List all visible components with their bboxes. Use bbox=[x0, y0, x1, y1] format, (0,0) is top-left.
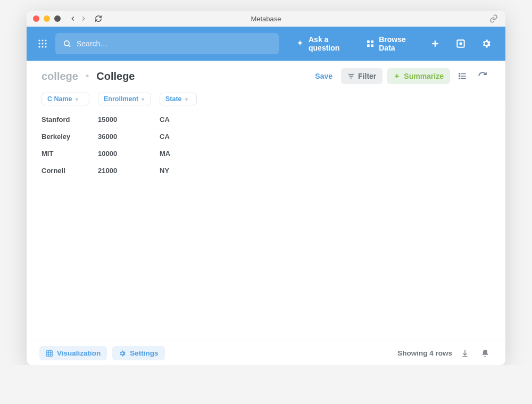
back-icon[interactable] bbox=[68, 15, 78, 22]
svg-rect-14 bbox=[371, 44, 374, 47]
summarize-label: Summarize bbox=[404, 72, 444, 80]
breadcrumb[interactable]: college bbox=[41, 70, 78, 83]
ask-question-button[interactable]: Ask a question bbox=[292, 32, 355, 55]
settings-button[interactable]: Settings bbox=[112, 346, 164, 360]
svg-point-3 bbox=[38, 43, 40, 44]
filter-label: Filter bbox=[358, 72, 376, 80]
cell-cname: MIT bbox=[41, 150, 89, 158]
save-button[interactable]: Save bbox=[315, 72, 332, 80]
reload-icon[interactable] bbox=[95, 15, 102, 22]
summarize-button[interactable]: Summarize bbox=[387, 68, 450, 84]
search-box[interactable] bbox=[55, 33, 279, 54]
cell-enrollment: 10000 bbox=[98, 150, 151, 158]
svg-point-1 bbox=[41, 39, 43, 41]
gear-icon[interactable] bbox=[477, 35, 496, 52]
column-headers: C Name ▾ Enrollment ▾ State ▾ bbox=[27, 89, 505, 111]
filter-icon bbox=[347, 72, 355, 80]
row-count-label: Showing 4 rows bbox=[397, 349, 452, 357]
cell-enrollment: 36000 bbox=[98, 133, 151, 141]
svg-point-0 bbox=[38, 39, 40, 41]
svg-rect-11 bbox=[367, 40, 370, 43]
app-window: Metabase Ask a question bbox=[27, 11, 505, 365]
column-header-state[interactable]: State ▾ bbox=[160, 93, 197, 105]
column-label: Enrollment bbox=[104, 95, 138, 103]
footer-bar: Visualization Settings Showing 4 rows bbox=[27, 341, 505, 365]
browse-data-button[interactable]: Browse Data bbox=[362, 32, 419, 55]
svg-rect-30 bbox=[47, 350, 53, 356]
table-row[interactable]: Stanford 15000 CA bbox=[41, 111, 491, 128]
bell-icon[interactable] bbox=[478, 347, 493, 360]
svg-point-8 bbox=[45, 46, 46, 47]
svg-line-10 bbox=[69, 45, 70, 47]
close-window-icon[interactable] bbox=[33, 15, 39, 22]
cell-state: CA bbox=[160, 116, 197, 123]
svg-rect-25 bbox=[459, 76, 460, 77]
filter-button[interactable]: Filter bbox=[341, 68, 383, 84]
history-nav bbox=[68, 15, 88, 22]
table-row[interactable]: MIT 10000 MA bbox=[41, 145, 491, 162]
settings-label: Settings bbox=[130, 349, 158, 357]
editor-icon[interactable] bbox=[454, 68, 470, 84]
svg-point-5 bbox=[45, 43, 46, 44]
column-header-cname[interactable]: C Name ▾ bbox=[41, 93, 89, 105]
svg-rect-20 bbox=[350, 76, 353, 76]
svg-rect-24 bbox=[459, 73, 460, 75]
cell-enrollment: 21000 bbox=[98, 167, 151, 175]
cell-cname: Berkeley bbox=[41, 133, 89, 141]
visualization-label: Visualization bbox=[57, 349, 101, 357]
cell-state: NY bbox=[160, 167, 197, 175]
svg-rect-19 bbox=[348, 74, 354, 75]
data-table: Stanford 15000 CA Berkeley 36000 CA MIT … bbox=[27, 111, 505, 341]
chevron-down-icon: ▾ bbox=[185, 96, 188, 102]
search-input[interactable] bbox=[77, 39, 271, 48]
svg-point-7 bbox=[41, 46, 43, 47]
cell-cname: Stanford bbox=[41, 116, 89, 123]
cell-enrollment: 15000 bbox=[98, 116, 151, 123]
refresh-icon[interactable] bbox=[475, 68, 491, 84]
svg-rect-21 bbox=[350, 78, 352, 78]
link-icon[interactable] bbox=[489, 14, 498, 23]
visualization-button[interactable]: Visualization bbox=[39, 346, 107, 360]
svg-rect-29 bbox=[461, 78, 466, 79]
svg-rect-12 bbox=[371, 40, 374, 43]
maximize-window-icon[interactable] bbox=[54, 15, 61, 22]
column-label: C Name bbox=[47, 95, 72, 103]
search-icon bbox=[63, 39, 71, 48]
svg-rect-26 bbox=[459, 78, 460, 79]
chevron-down-icon: ▾ bbox=[142, 96, 144, 102]
gear-icon bbox=[119, 350, 126, 357]
minimize-window-icon[interactable] bbox=[44, 15, 50, 22]
table-row[interactable]: Berkeley 36000 CA bbox=[41, 128, 491, 145]
plus-icon bbox=[393, 72, 401, 80]
download-icon[interactable] bbox=[458, 347, 472, 360]
forward-icon[interactable] bbox=[79, 15, 88, 22]
svg-rect-28 bbox=[461, 76, 466, 77]
column-header-enrollment[interactable]: Enrollment ▾ bbox=[98, 93, 151, 105]
grid-icon bbox=[366, 39, 375, 48]
create-icon[interactable] bbox=[426, 35, 445, 52]
table-icon bbox=[46, 350, 53, 357]
top-nav: Ask a question Browse Data bbox=[27, 27, 505, 61]
plus-sparkle-icon bbox=[296, 39, 304, 48]
svg-point-18 bbox=[460, 43, 461, 44]
column-label: State bbox=[165, 95, 182, 103]
svg-point-9 bbox=[64, 41, 69, 46]
traffic-lights bbox=[33, 15, 61, 22]
page-header: college • College Save Filter Summarize bbox=[27, 61, 505, 89]
cell-cname: Cornell bbox=[41, 167, 89, 175]
svg-point-2 bbox=[45, 39, 46, 41]
browse-data-label: Browse Data bbox=[379, 35, 415, 52]
ask-question-label: Ask a question bbox=[309, 35, 351, 52]
titlebar: Metabase bbox=[27, 11, 505, 27]
svg-point-6 bbox=[38, 46, 40, 47]
table-row[interactable]: Cornell 21000 NY bbox=[41, 162, 491, 179]
chevron-down-icon: ▾ bbox=[76, 96, 78, 102]
svg-point-4 bbox=[41, 43, 43, 44]
cell-state: MA bbox=[160, 150, 197, 158]
svg-rect-27 bbox=[461, 73, 466, 75]
cell-state: CA bbox=[160, 133, 197, 141]
page-title: College bbox=[96, 70, 135, 83]
collections-icon[interactable] bbox=[451, 35, 470, 52]
svg-rect-13 bbox=[367, 44, 370, 47]
app-logo-icon[interactable] bbox=[36, 36, 49, 51]
